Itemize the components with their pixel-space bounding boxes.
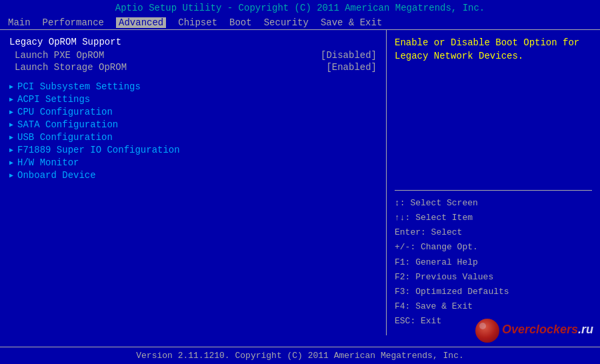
help-text: Enable or Disable Boot Option for Legacy… [395,37,592,183]
key-help-item: F1: General Help [395,255,592,270]
menu-item-boot[interactable]: Boot [229,17,252,28]
setting-row: Launch PXE OpROM[Disabled] [9,50,377,61]
key-help-item: F2: Previous Values [395,270,592,285]
watermark-text: Overclockers [502,323,578,336]
left-panel: Legacy OpROM Support Launch PXE OpROM[Di… [0,30,387,335]
right-panel: Enable or Disable Boot Option for Legacy… [387,30,600,335]
key-help-item: +/-: Change Opt. [395,240,592,255]
watermark-circle [475,319,499,343]
settings-list: Launch PXE OpROM[Disabled]Launch Storage… [9,50,377,73]
nav-list: ▶PCI Subsystem Settings▶ACPI Settings▶CP… [9,81,377,181]
nav-item[interactable]: ▶Onboard Device [9,170,377,181]
menu-item-save_exit[interactable]: Save & Exit [321,17,382,28]
menu-item-chipset[interactable]: Chipset [178,17,217,28]
key-help: ↕: Select Screen↑↓: Select ItemEnter: Se… [395,190,592,329]
setting-label: Launch Storage OpROM [15,62,127,73]
watermark: Overclockers.ru [475,319,593,343]
key-help-item: Enter: Select [395,225,592,240]
key-help-item: F4: Save & Exit [395,299,592,314]
nav-item-label: CPU Configuration [17,107,113,117]
section-header: Legacy OpROM Support [9,37,377,47]
nav-item-label: SATA Configuration [17,119,118,130]
setting-label: Launch PXE OpROM [15,50,104,61]
key-help-item: F3: Optimized Defaults [395,285,592,299]
key-help-item: ↕: Select Screen [395,196,592,211]
menu-item-performance[interactable]: Performance [43,17,104,28]
title-bar: Aptio Setup Utility - Copyright (C) 2011… [0,0,600,16]
nav-item-label: ACPI Settings [17,94,90,105]
nav-item[interactable]: ▶USB Configuration [9,132,377,143]
nav-item-label: USB Configuration [17,132,113,143]
nav-item[interactable]: ▶PCI Subsystem Settings [9,81,377,92]
footer-text: Version 2.11.1210. Copyright (C) 2011 Am… [136,351,463,361]
arrow-icon: ▶ [9,83,13,91]
menu-item-advanced[interactable]: Advanced [116,17,166,28]
menu-item-main[interactable]: Main [8,17,31,28]
menu-bar: MainPerformanceAdvancedChipsetBootSecuri… [0,16,600,30]
nav-item[interactable]: ▶H/W Monitor [9,157,377,168]
arrow-icon: ▶ [9,146,13,154]
arrow-icon: ▶ [9,159,13,167]
nav-item[interactable]: ▶ACPI Settings [9,94,377,105]
nav-item[interactable]: ▶SATA Configuration [9,119,377,130]
footer: Version 2.11.1210. Copyright (C) 2011 Am… [0,347,600,364]
setting-row: Launch Storage OpROM[Enabled] [9,62,377,73]
key-help-item: ↑↓: Select Item [395,211,592,225]
setting-value[interactable]: [Disabled] [321,50,377,61]
nav-item[interactable]: ▶CPU Configuration [9,107,377,117]
title-text: Aptio Setup Utility - Copyright (C) 2011… [115,3,485,13]
nav-item[interactable]: ▶F71889 Super IO Configuration [9,145,377,155]
setting-value[interactable]: [Enabled] [326,62,377,73]
nav-item-label: H/W Monitor [17,157,79,168]
arrow-icon: ▶ [9,108,13,116]
menu-item-security[interactable]: Security [264,17,309,28]
watermark-domain: .ru [578,323,593,336]
main-content: Legacy OpROM Support Launch PXE OpROM[Di… [0,30,600,335]
nav-item-label: Onboard Device [17,170,96,181]
arrow-icon: ▶ [9,121,13,129]
nav-item-label: PCI Subsystem Settings [17,81,141,92]
arrow-icon: ▶ [9,171,13,179]
nav-item-label: F71889 Super IO Configuration [17,145,180,155]
arrow-icon: ▶ [9,95,13,103]
arrow-icon: ▶ [9,133,13,141]
